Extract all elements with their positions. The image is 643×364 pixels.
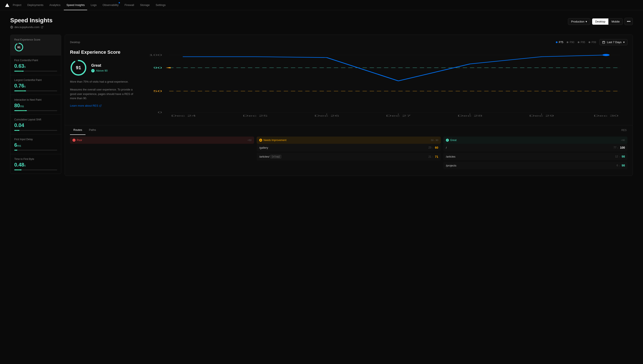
sidebar-item-lcp[interactable]: Largest Contentful Paint 0.76s [11, 75, 61, 95]
root-score-wrap: 77 ↓ 100 [613, 146, 625, 149]
route-gallery[interactable]: /gallery 23 ↓ 60 [257, 144, 441, 152]
desktop-button[interactable]: Desktop [592, 18, 608, 25]
root-visits: 77 ↓ [613, 146, 618, 149]
legend-p95[interactable]: P95 [578, 41, 585, 44]
inp-progress-marker [25, 110, 27, 111]
projects-path: /projects [446, 164, 456, 167]
nav-project[interactable]: Project [10, 0, 24, 10]
articles-score-wrap: 12 ↓ 98 [615, 155, 625, 158]
score-long-desc: Measures the overall user experience. To… [70, 88, 134, 101]
content-header: Desktop P75 P90 [70, 39, 627, 45]
needs-icon: ⚠ [259, 139, 262, 142]
p90-dot [567, 42, 568, 43]
needs-header: ⚠ Needs Improvement 50 - 90 [257, 136, 441, 144]
lcp-progress [14, 90, 57, 91]
res-circle-wrap: 91 [14, 42, 57, 52]
mobile-button[interactable]: Mobile [608, 18, 622, 25]
res-small-score: 91 [18, 46, 21, 49]
svg-text:Dec 24: Dec 24 [171, 114, 196, 117]
gallery-score: 60 [435, 146, 438, 149]
route-projects[interactable]: /projects 6 ↓ 98 [443, 162, 627, 169]
check-icon: ✓ [91, 69, 95, 72]
svg-text:Dec 25: Dec 25 [243, 114, 268, 117]
more-options-button[interactable]: ••• [624, 18, 633, 25]
nav-speed-insights[interactable]: Speed Insights [64, 0, 87, 10]
fid-value: 6ms [14, 142, 57, 148]
score-details: Real Experience Score 91 Great [70, 49, 134, 121]
nav-deployments[interactable]: Deployments [25, 0, 46, 10]
projects-visits: 6 ↓ [617, 164, 620, 167]
cls-value: 0.04 [14, 122, 57, 128]
great-header: ✓ Great >90 [443, 136, 627, 144]
ttfb-label: Time to First Byte [14, 158, 57, 160]
svg-line-10 [100, 105, 101, 106]
big-score-wrap: 91 Great ✓ Above 90 [70, 59, 134, 76]
fcp-label: First Contentful Paint [14, 59, 57, 62]
page-subtitle: dev.sujaykundu.com [10, 26, 53, 29]
tabs: Routes Paths [70, 125, 99, 135]
svg-text:100: 100 [149, 54, 162, 56]
learn-more-link[interactable]: Learn more about RES [70, 104, 134, 107]
great-icon: ✓ [446, 139, 449, 142]
route-root[interactable]: / 77 ↓ 100 [443, 144, 627, 152]
sidebar-item-inp[interactable]: Interaction to Next Paint 80ms [11, 95, 61, 115]
lcp-progress-marker [24, 90, 26, 91]
main-panel: Desktop P75 P90 [65, 34, 633, 176]
p75-label: P75 [559, 41, 563, 44]
legend-p99[interactable]: P99 [589, 41, 596, 44]
sidebar-item-cls[interactable]: Cumulative Layout Shift 0.04 [11, 115, 61, 134]
nav-storage[interactable]: Storage [138, 0, 152, 10]
sidebar-item-fid[interactable]: First Input Delay 6ms [11, 134, 61, 154]
great-label: Great [450, 139, 457, 142]
legend-p75[interactable]: P75 [556, 41, 563, 44]
slug-tag: [slug] [270, 155, 281, 158]
arrow-icon: ↓ [432, 156, 433, 158]
external-link-icon [99, 104, 102, 107]
environment-label: Production [571, 20, 584, 23]
svg-text:Dec 30: Dec 30 [593, 114, 618, 117]
ttfb-progress [14, 170, 57, 170]
cls-progress [14, 130, 57, 131]
nav-firewall[interactable]: Firewall [122, 0, 137, 10]
svg-text:90: 90 [153, 66, 162, 69]
chevron-down-icon: ▾ [586, 20, 587, 23]
gallery-path: /gallery [259, 146, 268, 149]
sidebar: Real Experience Score 91 First Contentfu… [10, 34, 61, 174]
p95-label: P95 [581, 41, 585, 44]
route-articles-slug[interactable]: /articles/ [slug] 21 ↓ 71 [257, 153, 441, 160]
date-range-label: Last 7 Days [607, 40, 621, 44]
cls-progress-marker [18, 130, 19, 131]
arrow-icon: ↓ [619, 164, 620, 167]
environment-button[interactable]: Production ▾ [568, 18, 590, 25]
p95-dot [578, 42, 579, 43]
sidebar-item-ttfb[interactable]: Time to First Byte 0.48s [11, 154, 61, 174]
date-range-button[interactable]: Last 7 Days ▾ [599, 39, 627, 45]
articles-slug-score: 71 [435, 155, 438, 158]
fid-progress-marker [16, 150, 17, 150]
chart-legend: P75 P90 P95 [556, 41, 596, 44]
poor-header: ! Poor <50 [70, 136, 254, 144]
sidebar-item-res[interactable]: Real Experience Score 91 [11, 35, 61, 56]
external-link-icon [41, 26, 43, 28]
sidebar-item-fcp[interactable]: First Contentful Paint 0.63s [11, 56, 61, 75]
nav-observability[interactable]: Observability [100, 0, 121, 10]
gallery-visits: 23 ↓ [428, 146, 433, 149]
nav-settings[interactable]: Settings [153, 0, 168, 10]
lcp-progress-fill [14, 90, 25, 91]
observability-dot [119, 2, 120, 4]
arrow-icon: ↓ [432, 146, 433, 149]
nav-logs[interactable]: Logs [88, 0, 99, 10]
tab-paths[interactable]: Paths [86, 125, 99, 135]
root-score: 100 [620, 146, 625, 149]
big-score-circle: 91 [70, 59, 87, 76]
inp-value: 80ms [14, 102, 57, 108]
svg-marker-21 [166, 67, 171, 68]
tab-routes[interactable]: Routes [70, 125, 86, 135]
legend-p90[interactable]: P90 [567, 41, 574, 44]
great-range: >90 [621, 139, 625, 142]
route-articles[interactable]: /articles 12 ↓ 98 [443, 153, 627, 160]
nav-analytics[interactable]: Analytics [47, 0, 63, 10]
site-url-link[interactable]: dev.sujaykundu.com [15, 26, 40, 29]
inp-label: Interaction to Next Paint [14, 98, 57, 101]
svg-rect-4 [603, 41, 605, 44]
